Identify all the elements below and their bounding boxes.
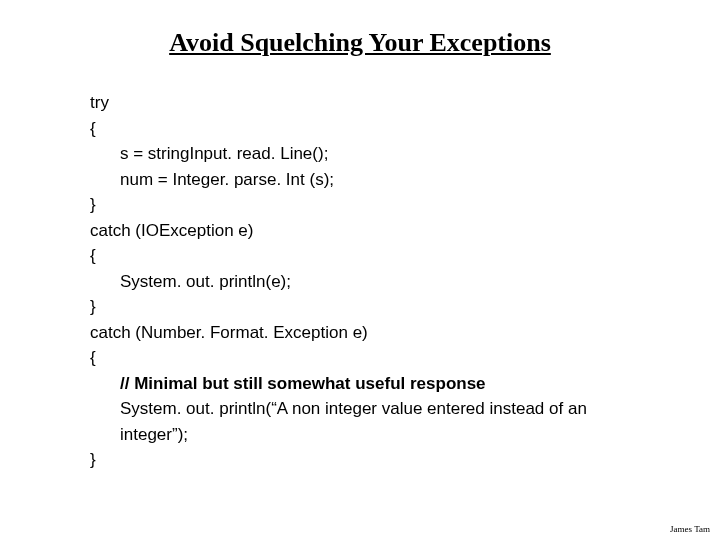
slide: Avoid Squelching Your Exceptions try { s…	[0, 0, 720, 540]
footer-author: James Tam	[670, 524, 710, 534]
slide-title: Avoid Squelching Your Exceptions	[0, 28, 720, 58]
code-line: }	[90, 192, 650, 218]
code-comment: // Minimal but still somewhat useful res…	[90, 371, 650, 397]
code-line: {	[90, 345, 650, 371]
code-line: num = Integer. parse. Int (s);	[90, 167, 650, 193]
code-line: }	[90, 447, 650, 473]
code-line: {	[90, 116, 650, 142]
code-line: {	[90, 243, 650, 269]
code-block: try { s = stringInput. read. Line(); num…	[90, 90, 650, 473]
code-line: }	[90, 294, 650, 320]
code-line: System. out. println(e);	[90, 269, 650, 295]
code-line: System. out. println(“A non integer valu…	[90, 396, 650, 447]
code-line: try	[90, 90, 650, 116]
code-line: catch (IOException e)	[90, 218, 650, 244]
code-line: catch (Number. Format. Exception e)	[90, 320, 650, 346]
code-line: s = stringInput. read. Line();	[90, 141, 650, 167]
